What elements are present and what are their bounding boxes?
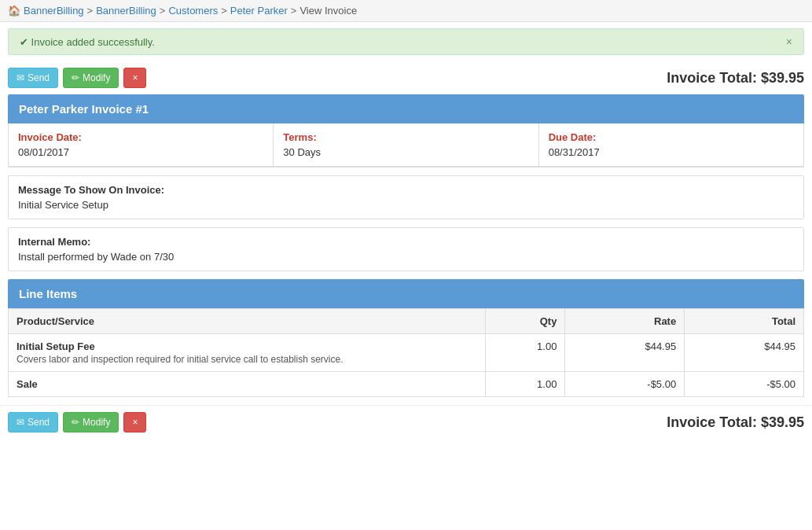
send-button-top[interactable]: ✉ Send xyxy=(8,68,58,88)
product-desc: Covers labor and inspection required for… xyxy=(17,354,477,365)
message-label: Message To Show On Invoice: xyxy=(18,184,794,196)
modify-button-bottom[interactable]: ✏ Modify xyxy=(63,412,119,432)
total-cell: -$5.00 xyxy=(685,372,804,397)
send-icon-top: ✉ xyxy=(17,72,24,83)
line-items-header: Line Items xyxy=(8,279,804,308)
product-cell: Initial Setup Fee Covers labor and inspe… xyxy=(9,334,486,372)
invoice-date-label: Invoice Date: xyxy=(18,131,263,143)
invoice-date-value: 08/01/2017 xyxy=(18,146,263,158)
qty-cell: 1.00 xyxy=(486,372,565,397)
pencil-icon-bottom: ✏ xyxy=(72,417,79,428)
bottom-toolbar-left: ✉ Send ✏ Modify × xyxy=(8,412,146,432)
invoice-terms-value: 30 Days xyxy=(283,146,528,158)
col-total: Total xyxy=(685,309,804,334)
invoice-section-header: Peter Parker Invoice #1 xyxy=(8,94,804,123)
modify-label-top: Modify xyxy=(83,72,110,83)
table-row: Initial Setup Fee Covers labor and inspe… xyxy=(9,334,804,372)
message-box: Message To Show On Invoice: Initial Serv… xyxy=(8,175,804,219)
invoice-fields-row: Invoice Date: 08/01/2017 Terms: 30 Days … xyxy=(9,123,803,167)
invoice-section: Peter Parker Invoice #1 Invoice Date: 08… xyxy=(8,94,804,167)
breadcrumb-bannerbilling[interactable]: BannerBilling xyxy=(96,5,156,17)
rate-cell: $44.95 xyxy=(565,334,685,372)
product-cell: Sale xyxy=(9,372,486,397)
col-rate: Rate xyxy=(565,309,685,334)
line-items-section: Line Items Product/Service Qty Rate Tota… xyxy=(8,279,804,397)
top-toolbar-left: ✉ Send ✏ Modify × xyxy=(8,68,146,88)
send-button-bottom[interactable]: ✉ Send xyxy=(8,412,58,432)
memo-box: Internal Memo: Install performed by Wade… xyxy=(8,227,804,271)
line-items-table: Product/Service Qty Rate Total Initial S… xyxy=(8,308,804,397)
invoice-due-date-field: Due Date: 08/31/2017 xyxy=(539,123,803,166)
breadcrumb-separator-4: > xyxy=(291,5,297,17)
col-product: Product/Service xyxy=(9,309,486,334)
invoice-date-field: Invoice Date: 08/01/2017 xyxy=(9,123,274,166)
table-row: Sale 1.00 -$5.00 -$5.00 xyxy=(9,372,804,397)
send-label-bottom: Send xyxy=(28,417,50,428)
qty-cell: 1.00 xyxy=(486,334,565,372)
alert-message: ✔ Invoice added successfully. xyxy=(20,36,155,48)
invoice-total-bottom: Invoice Total: $39.95 xyxy=(667,414,804,431)
top-toolbar: ✉ Send ✏ Modify × Invoice Total: $39.95 xyxy=(0,61,812,94)
alert-close-button[interactable]: × xyxy=(786,35,792,48)
send-label-top: Send xyxy=(28,72,50,83)
breadcrumb-dashboard[interactable]: BannerBilling xyxy=(24,5,84,17)
delete-button-top[interactable]: × xyxy=(123,68,146,88)
invoice-total-top: Invoice Total: $39.95 xyxy=(667,70,804,86)
breadcrumb-peter-parker[interactable]: Peter Parker xyxy=(230,5,288,17)
breadcrumb-customers[interactable]: Customers xyxy=(168,5,218,17)
bottom-toolbar: ✉ Send ✏ Modify × Invoice Total: $39.95 xyxy=(0,405,812,439)
product-name: Sale xyxy=(17,378,477,390)
rate-cell: -$5.00 xyxy=(565,372,685,397)
breadcrumb-separator-3: > xyxy=(221,5,227,17)
home-icon: 🏠 xyxy=(8,5,20,17)
alert-success: ✔ Invoice added successfully. × xyxy=(8,28,804,55)
memo-value: Install performed by Wade on 7/30 xyxy=(18,251,794,263)
breadcrumb: 🏠 BannerBilling > BannerBilling > Custom… xyxy=(0,0,812,22)
invoice-due-date-value: 08/31/2017 xyxy=(549,146,794,158)
invoice-due-date-label: Due Date: xyxy=(549,131,794,143)
total-cell: $44.95 xyxy=(685,334,804,372)
modify-button-top[interactable]: ✏ Modify xyxy=(63,68,119,88)
send-icon-bottom: ✉ xyxy=(17,417,24,428)
product-name: Initial Setup Fee xyxy=(17,340,477,352)
col-qty: Qty xyxy=(486,309,565,334)
pencil-icon-top: ✏ xyxy=(72,72,79,83)
delete-button-bottom[interactable]: × xyxy=(123,412,146,432)
invoice-terms-label: Terms: xyxy=(283,131,528,143)
breadcrumb-separator-2: > xyxy=(160,5,166,17)
table-header-row: Product/Service Qty Rate Total xyxy=(9,309,804,334)
modify-label-bottom: Modify xyxy=(83,417,110,428)
message-value: Initial Service Setup xyxy=(18,199,794,211)
invoice-terms-field: Terms: 30 Days xyxy=(274,123,538,166)
memo-label: Internal Memo: xyxy=(18,236,794,248)
breadcrumb-view-invoice: View Invoice xyxy=(299,5,357,17)
breadcrumb-separator-1: > xyxy=(87,5,94,17)
